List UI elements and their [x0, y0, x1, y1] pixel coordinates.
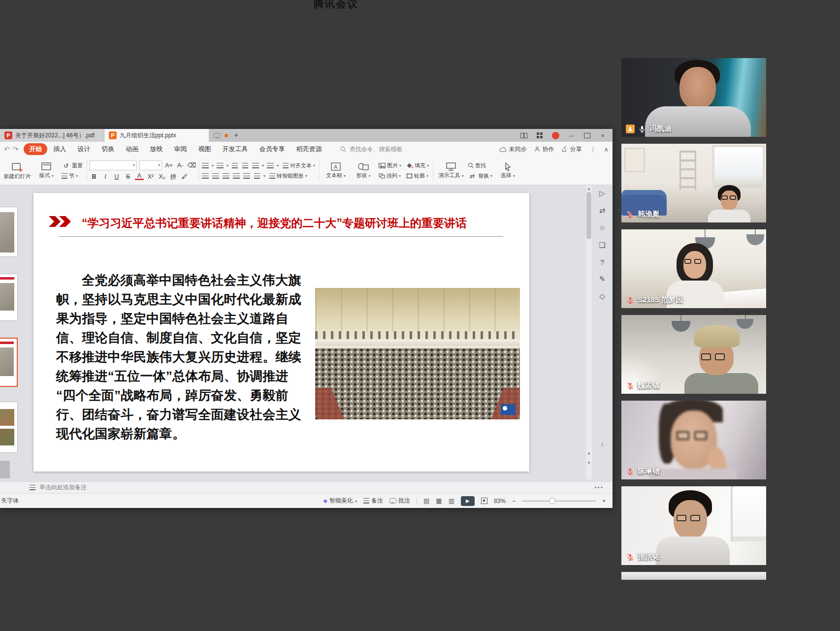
- to-smartart-button[interactable]: 转智能图形▾: [268, 172, 309, 180]
- present-tools-button[interactable]: 演示工具 ▾: [436, 158, 466, 183]
- underline-button[interactable]: U: [112, 173, 121, 180]
- ribbon-tab-view[interactable]: 视图: [193, 143, 216, 155]
- align-text-button[interactable]: 对齐文本▾: [281, 162, 317, 169]
- slide-title[interactable]: “学习习近平总书记重要讲话精神，迎接党的二十大”专题研讨班上的重要讲话: [82, 216, 520, 231]
- ribbon-tab-developer[interactable]: 开发工具: [217, 143, 253, 155]
- participant-tile-fengkaidi[interactable]: 冯凯迪: [621, 58, 766, 137]
- bold-button[interactable]: B: [90, 173, 98, 180]
- participant-tile-fanmengyuan[interactable]: S2185 范梦园: [621, 229, 766, 308]
- ribbon-tab-docer[interactable]: 稻壳资源: [291, 143, 327, 155]
- increase-font-button[interactable]: A+: [164, 162, 173, 169]
- slide-thumbnail-2[interactable]: [0, 274, 18, 321]
- layout-button[interactable]: 版式 ▾: [32, 158, 60, 183]
- reset-button[interactable]: ↺重置: [60, 162, 84, 169]
- page-up-icon[interactable]: ↕: [597, 441, 608, 447]
- bullets-button[interactable]: [201, 162, 209, 169]
- participant-tile-zhanghongming[interactable]: 张洪铭: [621, 486, 766, 565]
- justify-button[interactable]: [232, 172, 240, 179]
- slide-thumbnail-4[interactable]: [0, 402, 18, 453]
- slide-thumbnail-3-selected[interactable]: [0, 338, 18, 387]
- promo-icon[interactable]: [549, 130, 562, 141]
- command-search[interactable]: 查找命令、搜索模板: [340, 145, 402, 154]
- notes-toggle-button[interactable]: 备注: [363, 497, 383, 505]
- comments-toggle-button[interactable]: 批注: [389, 497, 410, 505]
- subscript-button[interactable]: X₂: [158, 173, 166, 180]
- pen-tool-icon[interactable]: ✎: [597, 275, 608, 284]
- tab-grid-icon[interactable]: [533, 130, 547, 141]
- maximize-button[interactable]: [580, 130, 594, 141]
- ribbon-tab-transition[interactable]: 切换: [96, 143, 120, 155]
- pinyin-button[interactable]: 拼: [169, 173, 178, 181]
- minimize-button[interactable]: –: [564, 130, 578, 141]
- slide-thumbnail-partial[interactable]: [0, 461, 10, 478]
- reading-view-icon[interactable]: ▥: [449, 497, 454, 505]
- italic-button[interactable]: I: [101, 173, 110, 180]
- ribbon-tab-member[interactable]: 会员专享: [254, 143, 290, 155]
- missing-font-warning[interactable]: 失字体: [1, 497, 19, 505]
- doc-tab-pptx[interactable]: P 九月组织生活ppt.pptx: [104, 129, 209, 142]
- columns-button[interactable]: [253, 172, 261, 179]
- undo-icon[interactable]: ↶: [4, 145, 10, 153]
- superscript-button[interactable]: X²: [146, 173, 155, 180]
- ribbon-tab-animation[interactable]: 动画: [120, 143, 144, 155]
- smart-beautify-button[interactable]: ◆ 智能美化▴: [323, 497, 357, 505]
- arrange-button[interactable]: 排列▾: [377, 172, 402, 180]
- comment-bubble-icon[interactable]: [214, 133, 221, 138]
- outline-button[interactable]: 轮廓▾: [405, 172, 430, 180]
- align-center-button[interactable]: [212, 172, 220, 179]
- slide-body-text[interactable]: 全党必须高举中国特色社会主义伟大旗帜，坚持以马克思主义中国化时代化最新成果为指导…: [56, 271, 305, 443]
- collapse-ribbon-icon[interactable]: ∧: [604, 146, 609, 153]
- more-menu-icon[interactable]: ⋮: [589, 146, 596, 153]
- doc-tab-pdf[interactable]: P 关于开展好2022...] 46号）.pdf: [0, 129, 104, 142]
- decrease-font-button[interactable]: A-: [176, 162, 185, 169]
- zoom-out-button[interactable]: −: [512, 498, 516, 505]
- ribbon-tab-review[interactable]: 审阅: [168, 143, 192, 155]
- help-icon[interactable]: ?: [597, 258, 608, 266]
- new-tab-button[interactable]: +: [232, 131, 240, 140]
- normal-view-icon[interactable]: ▤: [423, 497, 429, 505]
- font-name-combo[interactable]: ▾: [90, 160, 137, 170]
- sync-status[interactable]: 未同步: [499, 145, 526, 154]
- participant-tile-hanyuyin[interactable]: 韩渔胤: [621, 144, 766, 222]
- share-button[interactable]: 分享: [562, 145, 582, 154]
- notes-more-icon[interactable]: •••: [594, 484, 604, 491]
- slideshow-play-button[interactable]: ▶: [461, 496, 475, 506]
- play-from-current-icon[interactable]: ▷: [597, 189, 608, 198]
- close-button[interactable]: ×: [596, 130, 610, 141]
- collaborate-button[interactable]: 协作: [534, 145, 554, 154]
- strikethrough-button[interactable]: S: [124, 173, 132, 180]
- next-slide-icon[interactable]: ▼: [586, 461, 592, 465]
- copy-tool-icon[interactable]: ❏: [597, 241, 608, 250]
- align-left-button[interactable]: [201, 172, 209, 179]
- slide-canvas[interactable]: “学习习近平总书记重要讲话精神，迎接党的二十大”专题研讨班上的重要讲话 全党必须…: [33, 193, 529, 472]
- scrollbar-thumb[interactable]: [586, 192, 591, 239]
- distribute-button[interactable]: [243, 172, 251, 179]
- notes-bar[interactable]: 单击此处添加备注 •••: [0, 481, 613, 493]
- slide-sorter-view-icon[interactable]: ▦: [436, 497, 442, 505]
- ribbon-tab-insert[interactable]: 插入: [48, 143, 71, 155]
- shape-tool-icon[interactable]: ◇: [597, 292, 608, 301]
- increase-indent-button[interactable]: [241, 162, 249, 169]
- shapes-button[interactable]: 形状 ▾: [350, 158, 377, 183]
- slide-thumbnail-1[interactable]: [0, 207, 18, 257]
- redo-icon[interactable]: ↷: [13, 145, 19, 153]
- favorite-icon[interactable]: ☆: [597, 223, 608, 232]
- font-size-combo[interactable]: ▾: [139, 160, 162, 170]
- fit-window-icon[interactable]: [481, 498, 487, 504]
- highlight-button[interactable]: 🖉: [180, 173, 189, 180]
- zoom-percent[interactable]: 83%: [494, 498, 506, 505]
- ribbon-tab-slideshow[interactable]: 放映: [144, 143, 168, 155]
- new-slide-button[interactable]: 新建幻灯片: [2, 158, 32, 183]
- participant-tile-chenlinkai[interactable]: 陈琳锴: [621, 401, 766, 479]
- align-right-button[interactable]: [222, 172, 230, 179]
- line-spacing-button[interactable]: [266, 162, 274, 169]
- zoom-slider[interactable]: [522, 501, 596, 502]
- picture-button[interactable]: 图片▾: [377, 162, 403, 169]
- text-direction-button[interactable]: [252, 162, 259, 169]
- sync-tool-icon[interactable]: ⇄: [597, 206, 608, 215]
- split-screen-icon[interactable]: [517, 130, 531, 141]
- decrease-indent-button[interactable]: [231, 162, 239, 169]
- zoom-slider-thumb[interactable]: [549, 498, 555, 504]
- fill-button[interactable]: 填充▾: [405, 162, 430, 169]
- participant-tile-weimenggao[interactable]: 魏孟镐: [621, 315, 766, 394]
